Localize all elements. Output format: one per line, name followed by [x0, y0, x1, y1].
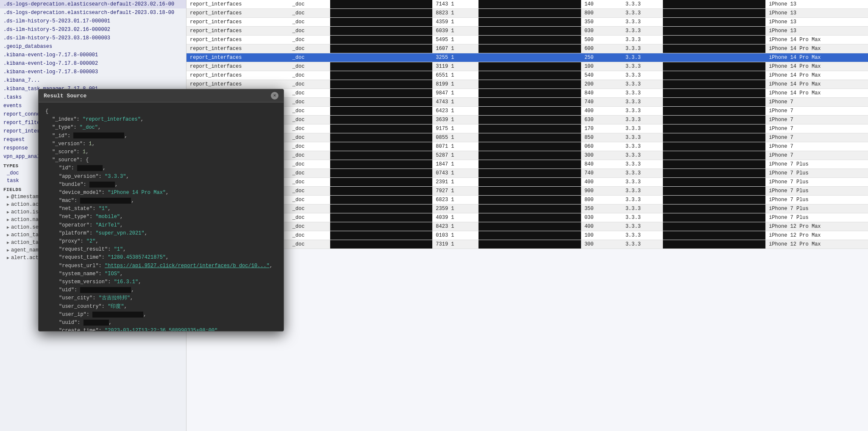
table-row[interactable]: report_interfaces_doc4039 10303.3.3iPhon…: [186, 213, 868, 222]
cell-ver: 3.3.3: [622, 89, 663, 98]
cell-device: iPhone 14 Pro Max: [765, 36, 868, 44]
cell-device: iPhone 12 Pro Max: [765, 222, 868, 231]
cell-index: report_interfaces: [186, 18, 289, 27]
cell-id: [330, 53, 433, 62]
cell-ver: 3.3.3: [622, 36, 663, 44]
cell-num2: [479, 196, 581, 204]
cell-ver: 3.3.3: [622, 71, 663, 80]
table-row[interactable]: report_interfaces_doc2359 13503.3.3iPhon…: [186, 204, 868, 213]
field-expand-icon[interactable]: ▶: [7, 240, 9, 245]
field-expand-icon[interactable]: ▶: [7, 210, 9, 215]
cell-num2-val: 850: [581, 133, 622, 142]
cell-device: iPhone 7 Plus: [765, 178, 868, 187]
field-expand-icon[interactable]: ▶: [7, 225, 9, 230]
cell-id: [330, 116, 433, 124]
cell-num2-val: 800: [581, 9, 622, 18]
cell-ver: 3.3.3: [622, 187, 663, 196]
table-row[interactable]: report_interfaces_doc8823 18003.3.3iPhon…: [186, 9, 868, 18]
cell-ver: 3.3.3: [622, 53, 663, 62]
table-container[interactable]: report_interfaces_doc7143 11403.3.3iPhon…: [186, 0, 868, 431]
sidebar-index-item[interactable]: .ds-logs-deprecation.elasticsearch-defau…: [0, 0, 186, 8]
cell-num2: [479, 142, 581, 151]
table-row[interactable]: report_interfaces_doc0743 17403.3.3iPhon…: [186, 169, 868, 178]
sidebar-index-item[interactable]: .geoip_databases: [0, 42, 186, 51]
cell-id: [330, 160, 433, 169]
cell-num2: [479, 178, 581, 187]
cell-type: _doc: [289, 142, 330, 151]
cell-num2: [479, 116, 581, 124]
table-row[interactable]: report_interfaces_doc5495 15003.3.3iPhon…: [186, 36, 868, 44]
cell-num1: 2359 1: [432, 204, 479, 213]
table-row[interactable]: report_interfaces_doc0855 18503.3.3iPhon…: [186, 133, 868, 142]
cell-type: _doc: [289, 80, 330, 89]
cell-num2: [479, 0, 581, 9]
field-expand-icon[interactable]: ▶: [7, 202, 9, 207]
field-expand-icon[interactable]: ▶: [7, 194, 9, 199]
table-row[interactable]: report_interfaces_doc6551 15403.3.3iPhon…: [186, 71, 868, 80]
cell-ver: 3.3.3: [622, 116, 663, 124]
cell-num2: [479, 53, 581, 62]
table-row[interactable]: report_interfaces_doc3255 12503.3.3iPhon…: [186, 53, 868, 62]
field-expand-icon[interactable]: ▶: [7, 217, 9, 222]
cell-empty: [663, 169, 765, 178]
table-row[interactable]: report_interfaces_doc0103 11003.3.3iPhon…: [186, 231, 868, 240]
field-expand-icon[interactable]: ▶: [7, 248, 9, 253]
cell-device: iPhone 13: [765, 9, 868, 18]
sidebar-index-item[interactable]: .ds-ilm-history-5-2023.03.18-000003: [0, 34, 186, 42]
sidebar-index-item[interactable]: .ds-ilm-history-5-2023.01.17-000001: [0, 17, 186, 25]
cell-ver: 3.3.3: [622, 44, 663, 53]
cell-ver: 3.3.3: [622, 80, 663, 89]
cell-num1: 6551 1: [432, 71, 479, 80]
cell-device: iPhone 7: [765, 116, 868, 124]
cell-device: iPhone 14 Pro Max: [765, 62, 868, 71]
cell-num2-val: 200: [581, 80, 622, 89]
modal-title: Result Source: [44, 93, 86, 99]
field-expand-icon[interactable]: ▶: [7, 232, 9, 238]
cell-num2: [479, 36, 581, 44]
table-row[interactable]: report_interfaces_doc7143 11403.3.3iPhon…: [186, 0, 868, 9]
table-row[interactable]: report_interfaces_doc3119 11003.3.3iPhon…: [186, 62, 868, 71]
sidebar-index-item[interactable]: .kibana-event-log-7.17.8-000001: [0, 51, 186, 59]
table-row[interactable]: report_interfaces_doc5287 13003.3.3iPhon…: [186, 151, 868, 160]
cell-empty: [663, 196, 765, 204]
table-row[interactable]: report_interfaces_doc8071 10603.3.3iPhon…: [186, 142, 868, 151]
field-expand-icon[interactable]: ▶: [7, 255, 9, 260]
table-row[interactable]: report_interfaces_doc6423 14003.3.3iPhon…: [186, 107, 868, 116]
table-row[interactable]: report_interfaces_doc3639 16303.3.3iPhon…: [186, 116, 868, 124]
cell-ver: 3.3.3: [622, 222, 663, 231]
table-row[interactable]: report_interfaces_doc4359 13503.3.3iPhon…: [186, 18, 868, 27]
sidebar-index-item[interactable]: .kibana-event-log-7.17.8-000002: [0, 59, 186, 68]
cell-type: _doc: [289, 36, 330, 44]
cell-id: [330, 44, 433, 53]
cell-num2: [479, 187, 581, 196]
cell-id: [330, 27, 433, 36]
table-row[interactable]: report_interfaces_doc6823 18003.3.3iPhon…: [186, 196, 868, 204]
table-row[interactable]: report_interfaces_doc2391 14003.3.3iPhon…: [186, 178, 868, 187]
sidebar-index-item[interactable]: .kibana_7...: [0, 76, 186, 85]
table-row[interactable]: report_interfaces_doc8423 14003.3.3iPhon…: [186, 222, 868, 231]
sidebar-index-item[interactable]: .ds-ilm-history-5-2023.02.16-000002: [0, 25, 186, 34]
sidebar-index-item[interactable]: .ds-logs-deprecation.elasticsearch-defau…: [0, 8, 186, 17]
cell-num2: [479, 80, 581, 89]
cell-num1: 4359 1: [432, 18, 479, 27]
cell-id: [330, 89, 433, 98]
cell-id: [330, 240, 433, 249]
table-row[interactable]: report_interfaces_doc9847 18403.3.3iPhon…: [186, 89, 868, 98]
table-row[interactable]: report_interfaces_doc6039 10303.3.3iPhon…: [186, 27, 868, 36]
cell-num1: 4743 1: [432, 98, 479, 107]
table-row[interactable]: report_interfaces_doc1847 18403.3.3iPhon…: [186, 160, 868, 169]
cell-num2-val: 600: [581, 44, 622, 53]
cell-num1: 9847 1: [432, 89, 479, 98]
cell-empty: [663, 107, 765, 116]
table-row[interactable]: report_interfaces_doc1607 16003.3.3iPhon…: [186, 44, 868, 53]
table-row[interactable]: report_interfaces_doc9175 11703.3.3iPhon…: [186, 124, 868, 133]
cell-device: iPhone 7: [765, 133, 868, 142]
table-row[interactable]: report_interfaces_doc8199 12003.3.3iPhon…: [186, 80, 868, 89]
modal-close-button[interactable]: ×: [271, 92, 278, 99]
sidebar-index-item[interactable]: .kibana-event-log-7.17.8-000003: [0, 68, 186, 76]
cell-num2: [479, 222, 581, 231]
table-row[interactable]: report_interfaces_doc7927 19003.3.3iPhon…: [186, 187, 868, 196]
cell-num1: 3255 1: [432, 53, 479, 62]
table-row[interactable]: report_interfaces_doc4743 17403.3.3iPhon…: [186, 98, 868, 107]
table-row[interactable]: report_interfaces_doc7319 13003.3.3iPhon…: [186, 240, 868, 249]
